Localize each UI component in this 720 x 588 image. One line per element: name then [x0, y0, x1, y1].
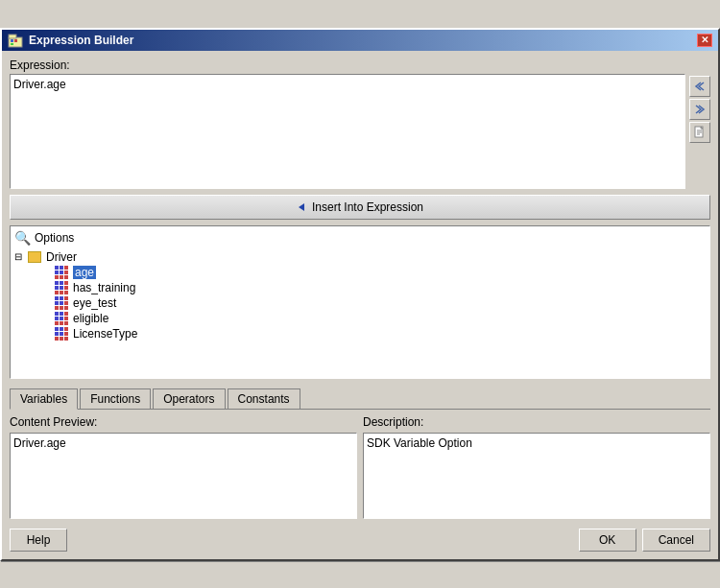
window-title: Expression Builder: [29, 34, 691, 47]
tree-options-label: Options: [35, 231, 74, 245]
footer-right: OK Cancel: [579, 529, 710, 552]
tree-item-license-type-label: LicenseType: [73, 327, 137, 341]
description-input[interactable]: SDK Variable Option: [363, 433, 710, 519]
ok-button[interactable]: OK: [579, 529, 636, 552]
tree-item-eligible[interactable]: eligible: [14, 311, 706, 326]
tab-variables[interactable]: Variables: [10, 388, 78, 410]
tree-item-has-training-label: has_training: [73, 281, 135, 294]
svg-rect-3: [14, 39, 17, 42]
field-grid-icon-eye-test: [55, 296, 68, 310]
svg-rect-4: [11, 43, 13, 45]
window-content: Expression: Driver.age: [2, 51, 718, 559]
field-grid-icon-age: [55, 266, 68, 279]
svg-rect-2: [11, 39, 13, 42]
tree-panel[interactable]: 🔍 Options ⊟ Driver age: [10, 225, 710, 379]
content-preview-panel: Content Preview: Driver.age: [10, 415, 357, 519]
window-icon: [8, 33, 23, 48]
tree-search-row: 🔍 Options: [14, 230, 706, 246]
tab-constants[interactable]: Constants: [228, 388, 300, 409]
collapse-icon: ⊟: [14, 251, 26, 262]
tabs-container: Variables Functions Operators Constants: [10, 388, 710, 410]
titlebar: Expression Builder ✕: [2, 30, 718, 51]
tabs-row: Variables Functions Operators Constants: [10, 388, 710, 410]
tree-item-driver-label: Driver: [46, 250, 77, 264]
tab-functions[interactable]: Functions: [80, 388, 151, 409]
bottom-panels: Content Preview: Driver.age Description:…: [10, 415, 710, 519]
tree-item-has-training[interactable]: has_training: [14, 280, 706, 295]
description-label: Description:: [363, 415, 710, 429]
svg-marker-9: [299, 203, 304, 211]
back-icon-btn[interactable]: [689, 76, 710, 97]
expression-input[interactable]: Driver.age: [10, 74, 685, 189]
help-button[interactable]: Help: [10, 529, 67, 552]
content-preview-label: Content Preview:: [10, 415, 357, 429]
cancel-button[interactable]: Cancel: [642, 529, 710, 552]
footer-row: Help OK Cancel: [10, 525, 710, 552]
tree-item-eye-test[interactable]: eye_test: [14, 295, 706, 311]
tab-operators[interactable]: Operators: [153, 388, 225, 409]
tree-item-license-type[interactable]: LicenseType: [14, 326, 706, 341]
tree-item-eye-test-label: eye_test: [73, 296, 116, 310]
close-button[interactable]: ✕: [697, 34, 712, 47]
insert-btn-label: Insert Into Expression: [312, 200, 423, 214]
expression-label: Expression:: [10, 59, 710, 72]
svg-rect-1: [9, 35, 16, 38]
tree-item-driver[interactable]: ⊟ Driver: [14, 249, 706, 265]
expression-builder-window: Expression Builder ✕ Expression: Driver.…: [0, 28, 720, 561]
content-preview-input[interactable]: Driver.age: [10, 433, 357, 519]
tree-item-age-label: age: [73, 266, 96, 279]
forward-icon-btn[interactable]: [689, 99, 710, 120]
search-icon: 🔍: [14, 230, 31, 246]
expression-section: Expression: Driver.age: [10, 59, 710, 189]
field-grid-icon-license-type: [55, 327, 68, 341]
tree-item-eligible-label: eligible: [73, 312, 108, 325]
field-grid-icon-has-training: [55, 281, 68, 294]
tree-item-age[interactable]: age: [14, 265, 706, 280]
description-panel: Description: SDK Variable Option: [363, 415, 710, 519]
page-icon-btn[interactable]: [689, 122, 710, 143]
field-grid-icon-eligible: [55, 312, 68, 325]
insert-into-expression-button[interactable]: Insert Into Expression: [10, 195, 710, 220]
